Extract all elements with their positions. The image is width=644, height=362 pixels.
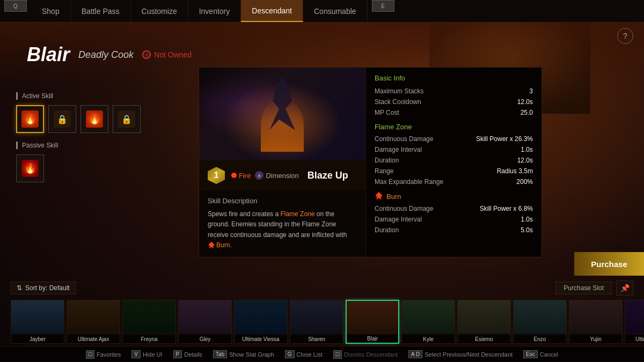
char-card-yujin[interactable]: Yujin — [569, 300, 623, 344]
char-name-viessa: Ultimate Viessa — [235, 335, 287, 343]
dismiss-label: Dismiss Descendant — [344, 351, 398, 358]
stat-row-stack-cooldown: Stack Cooldown 12.0s — [375, 98, 533, 106]
desc-flame-zone: Flame Zone — [280, 210, 314, 218]
char-card-ugley[interactable]: Ultimate Gley — [625, 300, 644, 344]
skill-slot-1[interactable]: 🔥 — [16, 105, 44, 133]
details-label: Details — [184, 351, 202, 358]
hotkey-select-prev-next[interactable]: A D Select Previous/Next Descendant — [408, 350, 513, 358]
sort-bar: ⇅ Sort by: Default Purchase Slot 📌 — [0, 278, 644, 298]
char-card-esiemo[interactable]: Esiemo — [457, 300, 511, 344]
figure-silhouette — [266, 77, 298, 130]
burn-stat-1: Damage Interval 1.0s — [375, 216, 533, 223]
char-name-esiemo: Esiemo — [458, 335, 510, 343]
char-portrait-yujin — [569, 300, 622, 334]
popup-right: Basic Info Maximum Stacks 3 Stack Cooldo… — [365, 68, 541, 257]
char-card-ajax[interactable]: Ultimate Ajax — [67, 300, 120, 344]
hotkey-close-list[interactable]: G Close List — [285, 350, 323, 358]
char-card-freyna[interactable]: Freyna — [122, 300, 176, 344]
favorites-checkbox[interactable]: ☐ — [86, 350, 94, 359]
top-nav: Q Shop Battle Pass Customize Inventory D… — [0, 0, 644, 23]
pin-button[interactable]: 📌 — [616, 280, 633, 295]
stat-row-mp-cost: MP Cost 25.0 — [375, 109, 533, 116]
popup-skill-image — [199, 68, 365, 160]
nav-inventory[interactable]: Inventory — [188, 0, 241, 22]
skill-icon-fire-3: 🔥 — [86, 110, 103, 128]
sort-button[interactable]: ⇅ Sort by: Default — [11, 282, 76, 294]
hide-ui-label: Hide UI — [143, 351, 163, 358]
nav-q-icon[interactable]: Q — [4, 0, 27, 12]
char-portrait-enzo — [514, 300, 566, 334]
nav-customize[interactable]: Customize — [131, 0, 188, 22]
passive-skill-label: Passive Skill — [16, 142, 145, 149]
popup-skill-header: 1 Fire ◈ Dimension Blaze Up — [199, 160, 365, 190]
cancel-label: Cancel — [540, 351, 558, 358]
char-card-gley[interactable]: Gley — [178, 300, 232, 344]
hero-name: Blair — [27, 43, 70, 66]
char-name-yujin: Yujin — [569, 335, 622, 343]
close-list-label: Close List — [297, 351, 323, 358]
char-portrait-viessa — [235, 300, 287, 334]
v-key: V — [131, 350, 141, 358]
desc-title: Skill Description — [208, 197, 357, 205]
char-card-sharen[interactable]: Sharen — [290, 300, 343, 344]
skill-popup: 1 Fire ◈ Dimension Blaze Up Skill Descri… — [199, 67, 542, 257]
char-name-gley: Gley — [179, 335, 231, 343]
purchase-button[interactable]: Purchase — [574, 252, 644, 276]
desc-burn-text: Burn — [216, 241, 230, 249]
hotkey-favorites: ☐ Favorites — [86, 350, 121, 359]
hotkey-details[interactable]: P Details — [173, 350, 202, 358]
hotkey-dismiss: ☐ Dismiss Descendant — [333, 350, 398, 359]
popup-image-content — [199, 68, 365, 160]
fire-dot-icon — [231, 173, 237, 178]
favorites-label: Favorites — [97, 351, 121, 358]
char-name-jayber: Jayber — [11, 335, 64, 343]
pin-icon: 📌 — [620, 284, 630, 292]
sort-label: Sort by: Default — [25, 284, 70, 292]
passive-skills-row: 🔥 — [16, 154, 145, 182]
fz-stat-3: Range Radius 3.5m — [375, 167, 533, 175]
nav-battle-pass[interactable]: Battle Pass — [71, 0, 131, 22]
skill-icon-fire-1: 🔥 — [21, 110, 39, 128]
esc-key: Esc — [523, 350, 538, 358]
char-name-ugley: Ultimate Gley — [625, 335, 644, 343]
hero-title: Deadly Cook — [78, 49, 134, 61]
skill-icon-lock-2: 🔒 — [54, 110, 71, 128]
nav-descendant[interactable]: Descendant — [241, 0, 303, 22]
popup-left: 1 Fire ◈ Dimension Blaze Up Skill Descri… — [199, 68, 365, 257]
skill-slot-passive-1[interactable]: 🔥 — [16, 154, 44, 182]
burn-section-header: Burn — [375, 192, 533, 201]
char-card-blair[interactable]: Blair — [346, 300, 399, 344]
skill-icon-lock-4: 🔒 — [118, 110, 135, 128]
tag-fire: Fire — [231, 172, 251, 180]
hotkey-stat-graph[interactable]: Tab Show Stat Graph — [213, 350, 274, 358]
char-card-viessa[interactable]: Ultimate Viessa — [234, 300, 288, 344]
hotkey-hide-ui[interactable]: V Hide UI — [131, 350, 162, 358]
flame-zone-title: Flame Zone — [375, 123, 533, 131]
skill-name: Blaze Up — [308, 170, 348, 181]
help-button[interactable]: ? — [617, 28, 633, 44]
skill-slot-4[interactable]: 🔒 — [113, 105, 141, 133]
nav-consumable[interactable]: Consumable — [303, 0, 368, 22]
skill-slot-2[interactable]: 🔒 — [48, 105, 76, 133]
char-card-enzo[interactable]: Enzo — [513, 300, 567, 344]
char-portrait-sharen — [290, 300, 343, 334]
hotkey-cancel[interactable]: Esc Cancel — [523, 350, 558, 358]
char-name-blair: Blair — [347, 335, 398, 343]
purchase-slot-button[interactable]: Purchase Slot — [555, 282, 612, 294]
burn-icon-inline — [208, 242, 215, 249]
bottom-section: ⇅ Sort by: Default Purchase Slot 📌 Jaybe… — [0, 278, 644, 346]
purchase-label: Purchase — [591, 260, 627, 269]
char-card-jayber[interactable]: Jayber — [11, 300, 64, 344]
ad-key: A D — [408, 350, 422, 358]
char-name-ajax: Ultimate Ajax — [67, 335, 120, 343]
tag-dimension: ◈ Dimension — [255, 171, 298, 180]
popup-description: Skill Description Spews fire and creates… — [199, 190, 365, 257]
select-prev-next-label: Select Previous/Next Descendant — [425, 351, 513, 358]
nav-e-icon[interactable]: E — [372, 0, 394, 12]
skill-slot-3[interactable]: 🔥 — [80, 105, 108, 133]
char-card-kyle[interactable]: Kyle — [401, 300, 455, 344]
nav-shop[interactable]: Shop — [31, 0, 71, 22]
p-key: P — [173, 350, 182, 358]
fire-figure — [250, 77, 314, 152]
burn-stat-0: Continuous Damage Skill Power x 6.8% — [375, 205, 533, 212]
